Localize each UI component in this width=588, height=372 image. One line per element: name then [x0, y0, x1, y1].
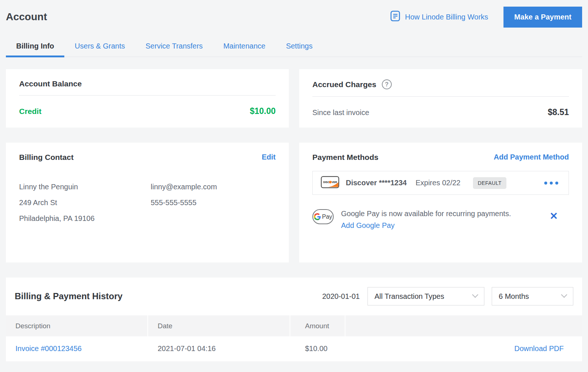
- balance-cards-row: Account Balance Credit $10.00 Accrued Ch…: [6, 69, 582, 128]
- payment-methods-title: Payment Methods: [312, 153, 379, 162]
- history-table-header: Description Date Amount: [6, 315, 582, 336]
- column-header-date: Date: [148, 315, 290, 336]
- credit-amount: $10.00: [250, 106, 276, 116]
- amount-cell: $10.00: [290, 344, 345, 353]
- document-icon: [390, 10, 400, 24]
- history-filters: 2020-01-01 All Transaction Types 6 Month…: [322, 287, 573, 305]
- account-balance-row: Credit $10.00: [19, 106, 276, 116]
- history-table: Description Date Amount Invoice #0001234…: [6, 315, 582, 361]
- payment-methods-card: Payment Methods Add Payment Method DISC …: [299, 143, 582, 262]
- page-header: Account How Linode Billing Works Make a …: [6, 0, 582, 29]
- close-icon[interactable]: ✕: [549, 209, 558, 221]
- google-pay-banner: Pay Google Pay is now available for recu…: [312, 209, 569, 230]
- contact-comm-column: linny@example.com 555-555-5555: [151, 179, 276, 226]
- svg-text:VER: VER: [332, 181, 337, 183]
- accrued-charges-title-text: Accrued Charges: [312, 80, 376, 89]
- contact-address-column: Linny the Penguin 249 Arch St Philadelph…: [19, 179, 151, 226]
- invoice-link[interactable]: Invoice #000123456: [15, 344, 82, 353]
- contact-name: Linny the Penguin: [19, 179, 151, 195]
- gpay-logo-text: Pay: [322, 214, 332, 220]
- contact-info: Linny the Penguin 249 Arch St Philadelph…: [19, 179, 276, 226]
- dot: [544, 182, 547, 185]
- contact-phone: 555-555-5555: [151, 195, 276, 211]
- dot: [555, 182, 558, 185]
- billing-contact-title: Billing Contact: [19, 153, 74, 162]
- chevron-down-icon: [472, 291, 478, 298]
- page-title: Account: [6, 11, 47, 23]
- card-expiry: Expires 02/22: [416, 179, 460, 187]
- billing-page: Account How Linode Billing Works Make a …: [0, 0, 588, 361]
- tab-users-grants[interactable]: Users & Grants: [64, 37, 135, 57]
- tab-service-transfers[interactable]: Service Transfers: [135, 37, 213, 57]
- add-google-pay-link[interactable]: Add Google Pay: [341, 221, 395, 230]
- date-cell: 2021-07-01 04:16: [148, 344, 290, 353]
- action-cell: Download PDF: [345, 344, 582, 353]
- how-linode-billing-works-link[interactable]: How Linode Billing Works: [390, 10, 488, 24]
- tab-billing-info[interactable]: Billing Info: [6, 37, 64, 57]
- table-row: Invoice #000123456 2021-07-01 04:16 $10.…: [6, 336, 582, 361]
- tab-settings[interactable]: Settings: [276, 37, 323, 57]
- accrued-charges-card: Accrued Charges ? Since last invoice $8.…: [299, 69, 582, 128]
- invoice-cell: Invoice #000123456: [6, 344, 148, 353]
- tab-maintenance[interactable]: Maintenance: [213, 37, 276, 57]
- contact-address-line2: Philadelphia, PA 19106: [19, 211, 151, 226]
- since-last-invoice-label: Since last invoice: [312, 108, 369, 117]
- billing-contact-card: Billing Contact Edit Linny the Penguin 2…: [6, 143, 289, 262]
- help-question-icon[interactable]: ?: [382, 79, 392, 89]
- contact-payment-row: Billing Contact Edit Linny the Penguin 2…: [6, 143, 582, 262]
- divider: [312, 96, 569, 97]
- discover-card-icon: DISC VER: [321, 176, 339, 190]
- accrued-charges-row: Since last invoice $8.51: [312, 107, 569, 117]
- transaction-types-select[interactable]: All Transaction Types: [368, 287, 484, 305]
- add-payment-method-link[interactable]: Add Payment Method: [494, 153, 569, 161]
- default-badge: DEFAULT: [473, 177, 506, 189]
- billing-history-head: Billing & Payment History 2020-01-01 All…: [6, 287, 582, 305]
- payment-methods-head: Payment Methods Add Payment Method: [312, 153, 569, 162]
- google-pay-icon: Pay: [312, 209, 334, 224]
- header-actions: How Linode Billing Works Make a Payment: [390, 7, 582, 28]
- accrued-charges-title: Accrued Charges ?: [312, 79, 569, 89]
- svg-text:DISC: DISC: [323, 181, 330, 183]
- history-start-date[interactable]: 2020-01-01: [322, 292, 360, 301]
- card-label: Discover ****1234: [346, 179, 407, 187]
- transaction-types-value: All Transaction Types: [374, 292, 444, 301]
- google-pay-message: Google Pay is now available for recurrin…: [341, 209, 511, 218]
- payment-method-actions-button[interactable]: [542, 179, 560, 187]
- date-range-select[interactable]: 6 Months: [492, 287, 573, 305]
- date-range-value: 6 Months: [499, 292, 529, 301]
- dot: [550, 182, 553, 185]
- credit-label: Credit: [19, 107, 42, 116]
- chevron-down-icon: [561, 291, 567, 298]
- column-header-amount: Amount: [290, 315, 345, 336]
- tab-bar: Billing Info Users & Grants Service Tran…: [6, 37, 582, 57]
- billing-history-card: Billing & Payment History 2020-01-01 All…: [6, 278, 582, 361]
- column-header-actions: [345, 315, 582, 336]
- help-link-label: How Linode Billing Works: [405, 13, 488, 21]
- accrued-amount: $8.51: [548, 107, 569, 117]
- divider: [19, 95, 276, 96]
- edit-billing-contact-link[interactable]: Edit: [262, 153, 276, 161]
- contact-address-line1: 249 Arch St: [19, 195, 151, 211]
- download-pdf-link[interactable]: Download PDF: [514, 344, 564, 353]
- payment-method-row: DISC VER Discover ****1234 Expires 02/22…: [312, 171, 569, 195]
- google-pay-message-block: Google Pay is now available for recurrin…: [341, 209, 511, 230]
- billing-contact-head: Billing Contact Edit: [19, 153, 276, 162]
- make-a-payment-button[interactable]: Make a Payment: [503, 7, 582, 28]
- billing-history-title: Billing & Payment History: [15, 291, 122, 301]
- account-balance-card: Account Balance Credit $10.00: [6, 69, 289, 128]
- column-header-description: Description: [6, 315, 148, 336]
- contact-email: linny@example.com: [151, 179, 276, 195]
- account-balance-title: Account Balance: [19, 79, 276, 88]
